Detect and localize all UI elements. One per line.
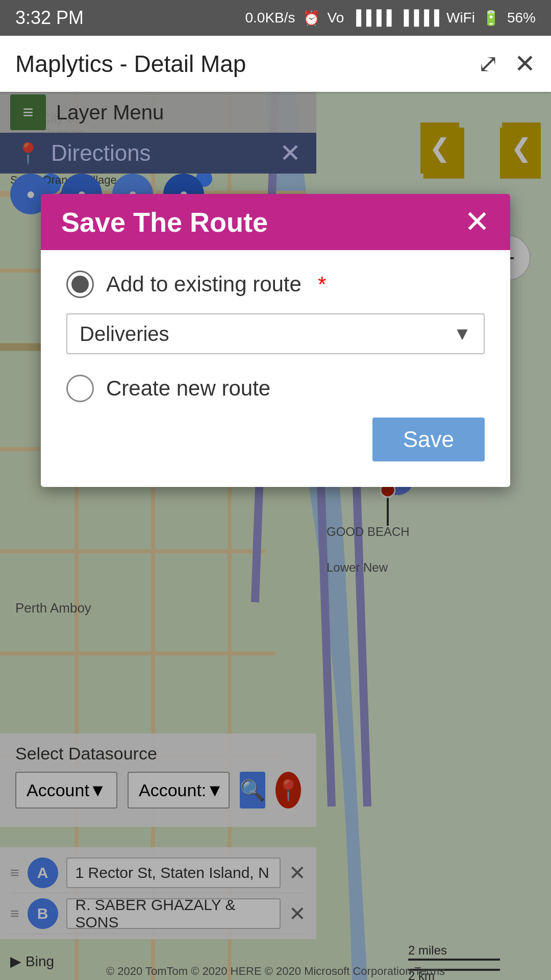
data-speed: 0.0KB/s	[245, 10, 295, 26]
signal-icon: ▐▐▐▐	[351, 10, 391, 26]
modal-overlay	[0, 0, 551, 980]
radio-existing-route[interactable]	[66, 271, 94, 298]
status-bar: 3:32 PM 0.0KB/s ⏰ Vo ▐▐▐▐ ▐▐▐▐ WiFi 🔋 56…	[0, 0, 551, 36]
modal-title: Save The Route	[61, 206, 268, 238]
battery-percent: 56%	[507, 10, 536, 26]
required-star: *	[318, 272, 326, 297]
existing-route-dropdown[interactable]: Deliveries ▼	[66, 313, 485, 354]
close-app-icon[interactable]: ✕	[514, 49, 536, 79]
alarm-icon: ⏰	[303, 10, 320, 27]
status-icons: 0.0KB/s ⏰ Vo ▐▐▐▐ ▐▐▐▐ WiFi 🔋 56%	[245, 10, 536, 27]
option-new-route-label: Create new route	[106, 376, 270, 401]
radio-new-route[interactable]	[66, 375, 94, 402]
vo-icon: Vo	[328, 10, 344, 26]
expand-icon[interactable]: ⤢	[478, 49, 499, 79]
modal-header: Save The Route ✕	[41, 194, 510, 250]
wifi-icon: WiFi	[446, 10, 475, 26]
save-route-modal: Save The Route ✕ Add to existing route *…	[41, 194, 510, 487]
status-time: 3:32 PM	[15, 7, 84, 29]
modal-footer: Save	[66, 418, 485, 461]
app-title: Maplytics - Detail Map	[15, 50, 246, 78]
app-bar: Maplytics - Detail Map ⤢ ✕	[0, 36, 551, 92]
existing-route-dropdown-value: Deliveries	[80, 323, 169, 346]
modal-body: Add to existing route * Deliveries ▼ Cre…	[41, 250, 510, 487]
option-existing-route[interactable]: Add to existing route *	[66, 271, 485, 298]
modal-close-button[interactable]: ✕	[464, 207, 490, 237]
app-bar-icons: ⤢ ✕	[478, 49, 536, 79]
save-button[interactable]: Save	[372, 418, 485, 461]
option-existing-route-label: Add to existing route	[106, 272, 302, 297]
option-new-route[interactable]: Create new route	[66, 375, 485, 402]
signal-icon-2: ▐▐▐▐	[399, 10, 439, 26]
battery-icon: 🔋	[482, 10, 500, 27]
dropdown-arrow-icon: ▼	[453, 323, 471, 345]
